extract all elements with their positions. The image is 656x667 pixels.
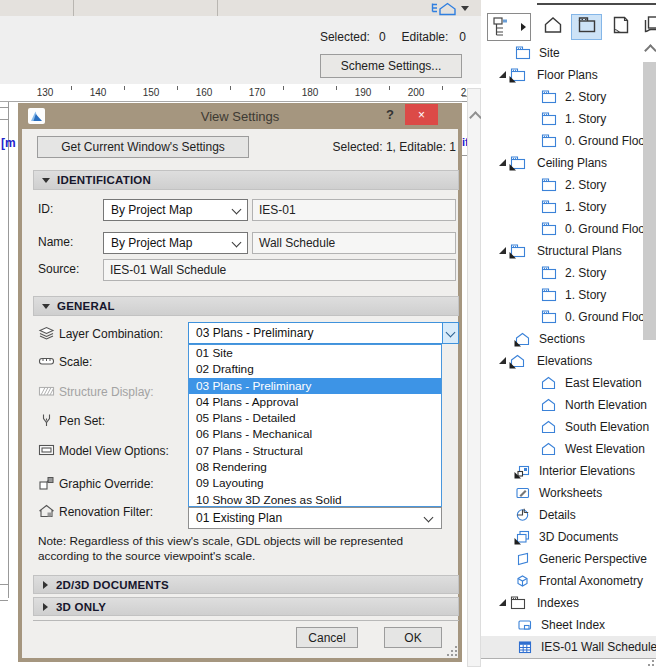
name-mode-dropdown[interactable]: By Project Map xyxy=(103,232,248,254)
tree-item-sheet-index[interactable]: Sheet Index xyxy=(481,614,656,636)
help-button[interactable]: ? xyxy=(381,107,399,125)
layer-combination-option[interactable]: 07 Plans - Structural xyxy=(189,443,441,459)
general-section-header[interactable]: GENERAL xyxy=(33,296,459,316)
tab-project-map[interactable] xyxy=(538,14,568,40)
layer-combination-option[interactable]: 02 Drafting xyxy=(189,361,441,377)
view-folder-icon xyxy=(540,265,557,281)
source-value-field: IES-01 Wall Schedule xyxy=(103,259,456,281)
tree-item-2-story[interactable]: 2. Story xyxy=(481,262,656,284)
ok-button[interactable]: OK xyxy=(384,627,442,648)
expand-arrow-icon[interactable] xyxy=(499,71,506,78)
dialog-selection-status: Selected: 1, Editable: 1 xyxy=(248,140,456,155)
ruler-minor-tick xyxy=(283,86,284,90)
scroll-up-icon[interactable] xyxy=(469,111,482,124)
close-button[interactable]: × xyxy=(405,104,438,125)
id-value-field[interactable]: IES-01 xyxy=(252,199,456,221)
tree-item-label: IES-01 Wall Schedule xyxy=(541,640,656,654)
layer-combination-option[interactable]: 01 Site xyxy=(189,345,441,361)
tree-item-2-story[interactable]: 2. Story xyxy=(481,174,656,196)
elevation-house-icon xyxy=(540,397,557,413)
tree-item-1-story[interactable]: 1. Story xyxy=(481,108,656,130)
name-value-field[interactable]: Wall Schedule xyxy=(252,232,456,254)
tree-item-elevations[interactable]: Elevations xyxy=(481,350,656,372)
underlay-grid-line xyxy=(0,600,8,601)
tree-item-indexes[interactable]: Indexes xyxy=(481,592,656,614)
ruler-tick-label: 170 xyxy=(242,87,272,98)
layer-combination-option[interactable]: 06 Plans - Mechanical xyxy=(189,426,441,442)
3d-only-section-header[interactable]: 3D ONLY xyxy=(33,597,459,616)
tree-item-details[interactable]: Details xyxy=(481,504,656,526)
tab-publisher[interactable] xyxy=(641,14,656,40)
layer-combination-option[interactable]: 08 Rendering xyxy=(189,459,441,475)
layer-combination-option[interactable]: 09 Layouting xyxy=(189,475,441,491)
expand-arrow-icon[interactable] xyxy=(499,247,506,254)
identification-section-header[interactable]: IDENTIFICATION xyxy=(33,170,459,190)
layer-combination-option[interactable]: 03 Plans - Preliminary xyxy=(189,378,441,394)
layer-combination-option[interactable]: 05 Plans - Detailed xyxy=(189,410,441,426)
tree-item-generic-perspective[interactable]: Generic Perspective xyxy=(481,548,656,570)
dialog-resize-grip[interactable] xyxy=(447,646,459,656)
tree-item-west-elevation[interactable]: West Elevation xyxy=(481,438,656,460)
scheme-settings-button[interactable]: Scheme Settings... xyxy=(320,54,462,78)
scale-note-text: Note: Regardless of this view's scale, G… xyxy=(38,534,443,564)
layer-combination-option[interactable]: 10 Show 3D Zones as Solid xyxy=(189,492,441,508)
tree-item-interior-elevations[interactable]: Interior Elevations xyxy=(481,460,656,482)
navigator-scrollbar[interactable] xyxy=(643,62,656,340)
tab-layout-book[interactable] xyxy=(605,14,637,40)
tree-item-floor-plans[interactable]: Floor Plans xyxy=(481,64,656,86)
elevation-house-icon xyxy=(540,441,557,457)
tree-item-worksheets[interactable]: Worksheets xyxy=(481,482,656,504)
layers-icon xyxy=(38,325,55,341)
button-row-divider xyxy=(33,620,459,621)
tree-item-label: East Elevation xyxy=(565,376,642,390)
interior-elevation-icon xyxy=(514,463,531,479)
section-label: GENERAL xyxy=(57,300,115,312)
navigator-scroll-up-icon[interactable] xyxy=(646,46,655,55)
tree-item-2-story[interactable]: 2. Story xyxy=(481,86,656,108)
view-map-icon xyxy=(576,14,598,40)
cancel-button[interactable]: Cancel xyxy=(296,627,358,648)
general-row-label: Graphic Override: xyxy=(59,477,154,491)
tree-item-1-story[interactable]: 1. Story xyxy=(481,196,656,218)
tree-item-ceiling-plans[interactable]: Ceiling Plans xyxy=(481,152,656,174)
tree-item-frontal-axonometry[interactable]: Frontal Axonometry xyxy=(481,570,656,592)
tree-item-ies-01-wall-schedule[interactable]: IES-01 Wall Schedule xyxy=(481,636,656,658)
layer-combination-dropdown[interactable]: 03 Plans - Preliminary xyxy=(188,322,459,344)
layer-combination-chevron-button[interactable] xyxy=(442,322,459,344)
name-label: Name: xyxy=(38,235,73,249)
project-chooser-button[interactable] xyxy=(487,13,531,41)
tree-item-north-elevation[interactable]: North Elevation xyxy=(481,394,656,416)
expand-arrow-icon[interactable] xyxy=(499,599,506,606)
tree-item-0-ground-floor[interactable]: 0. Ground Floor xyxy=(481,130,656,152)
renovation-filter-dropdown[interactable]: 01 Existing Plan xyxy=(188,507,442,529)
view-folder-icon xyxy=(509,67,526,83)
tree-item-3d-documents[interactable]: 3D Documents xyxy=(481,526,656,548)
tab-view-map[interactable] xyxy=(571,14,602,40)
tree-item-site[interactable]: Site xyxy=(481,42,656,64)
expand-arrow-icon[interactable] xyxy=(499,159,506,166)
expand-arrow-icon[interactable] xyxy=(499,357,506,364)
ruler-tick-label: 140 xyxy=(83,87,113,98)
chevron-down-icon[interactable] xyxy=(461,6,469,11)
underlay-text-fragment: [m xyxy=(1,136,16,150)
tree-item-label: Generic Perspective xyxy=(539,552,647,566)
schedule-vertical-scrollbar[interactable] xyxy=(467,88,481,667)
general-row-label: Model View Options: xyxy=(59,444,169,458)
tree-item-1-story[interactable]: 1. Story xyxy=(481,284,656,306)
tree-item-south-elevation[interactable]: South Elevation xyxy=(481,416,656,438)
tree-item-sections[interactable]: Sections xyxy=(481,328,656,350)
tree-item-label: 0. Ground Floor xyxy=(565,310,649,324)
dropdown-value: 01 Existing Plan xyxy=(189,511,282,525)
layer-combination-option[interactable]: 04 Plans - Approval xyxy=(189,394,441,410)
tree-item-0-ground-floor[interactable]: 0. Ground Floor xyxy=(481,306,656,328)
tree-item-structural-plans[interactable]: Structural Plans xyxy=(481,240,656,262)
id-mode-dropdown[interactable]: By Project Map xyxy=(103,199,248,221)
general-row-label: Pen Set: xyxy=(59,414,105,428)
tree-item-east-elevation[interactable]: East Elevation xyxy=(481,372,656,394)
2d3d-documents-section-header[interactable]: 2D/3D DOCUMENTS xyxy=(33,575,459,594)
tree-item-0-ground-floor[interactable]: 0. Ground Floor xyxy=(481,218,656,240)
tree-item-label: Details xyxy=(539,508,576,522)
publisher-icon xyxy=(642,14,656,40)
get-current-window-settings-button[interactable]: Get Current Window's Settings xyxy=(37,136,249,158)
tree-item-label: Sheet Index xyxy=(541,618,605,632)
